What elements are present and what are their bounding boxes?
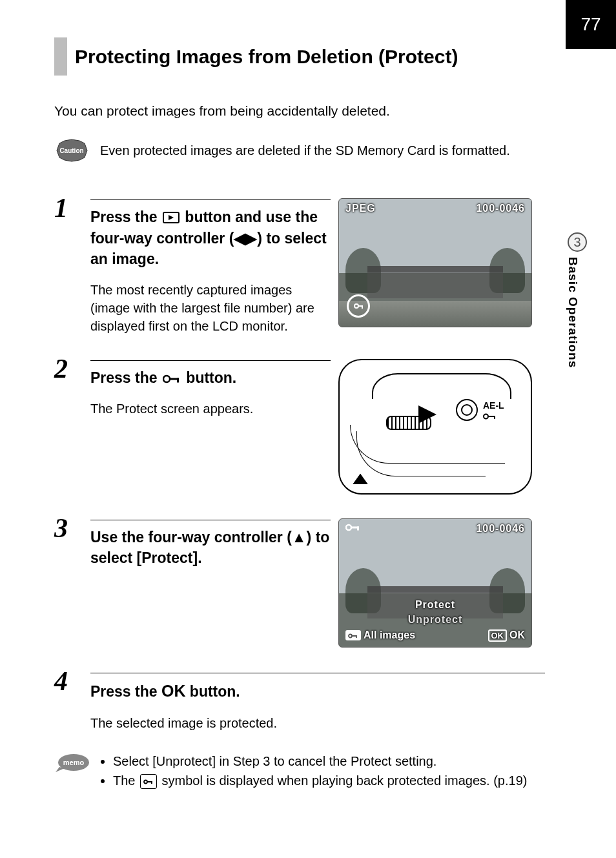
lcd-top-left: JPEG bbox=[345, 203, 376, 214]
svg-rect-14 bbox=[357, 526, 359, 530]
step-number: 2 bbox=[54, 355, 83, 495]
step-number: 4 bbox=[54, 668, 83, 732]
svg-marker-2 bbox=[169, 215, 174, 220]
step-number: 3 bbox=[54, 515, 83, 648]
svg-point-9 bbox=[484, 414, 488, 418]
camera-diagram: AE-L bbox=[338, 359, 532, 495]
step-title: Press the button. bbox=[90, 369, 236, 386]
step-divider bbox=[90, 360, 331, 361]
svg-rect-11 bbox=[494, 416, 495, 419]
svg-rect-8 bbox=[177, 378, 179, 382]
step-divider bbox=[90, 673, 545, 673]
lcd-scenery bbox=[367, 266, 503, 298]
svg-rect-17 bbox=[356, 635, 357, 638]
lcd-screenshot: JPEG 100-0046 bbox=[338, 198, 532, 327]
memo-item: The symbol is displayed when playing bac… bbox=[113, 771, 527, 790]
triangle-mark bbox=[354, 475, 367, 484]
memo-item: Select [Unprotect] in Step 3 to cancel t… bbox=[113, 751, 527, 771]
step-body: Press the button and use the four-way co… bbox=[90, 194, 331, 335]
caution-icon: Caution bbox=[54, 138, 90, 163]
menu-all-images: All images bbox=[345, 629, 415, 641]
memo-block: memo Select [Unprotect] in Step 3 to can… bbox=[54, 751, 545, 790]
protect-key-icon bbox=[345, 523, 361, 535]
step-description: The Protect screen appears. bbox=[90, 400, 331, 418]
chapter-number: 3 bbox=[573, 235, 580, 250]
svg-rect-22 bbox=[151, 781, 152, 784]
page-number: 77 bbox=[580, 14, 601, 35]
menu-ok: OKOK bbox=[488, 629, 526, 642]
protect-key-icon bbox=[140, 774, 157, 789]
heading-accent-bar bbox=[54, 37, 67, 76]
step-body: Press the OK button. The selected image … bbox=[90, 668, 545, 732]
svg-point-20 bbox=[144, 780, 147, 783]
ok-button-glyph: OK bbox=[161, 682, 186, 700]
menu-option-unprotect: Unprotect bbox=[345, 613, 525, 627]
playback-icon bbox=[163, 212, 180, 223]
arrow-icon bbox=[418, 405, 436, 424]
ael-button-graphic bbox=[456, 399, 478, 421]
caution-label: Caution bbox=[59, 147, 83, 154]
svg-text:memo: memo bbox=[63, 759, 85, 766]
caution-block: Caution Even protected images are delete… bbox=[54, 138, 545, 163]
page-number-tab: 77 bbox=[566, 0, 616, 49]
step-1: 1 Press the button and use the four-way … bbox=[54, 194, 545, 335]
camera-top-plate bbox=[372, 373, 511, 399]
svg-point-12 bbox=[346, 525, 351, 530]
step-2: 2 Press the button. The Protect screen a… bbox=[54, 354, 545, 495]
lcd-top-right: 100-0046 bbox=[476, 523, 525, 535]
step-description: The selected image is protected. bbox=[90, 714, 545, 732]
caution-text: Even protected images are deleted if the… bbox=[100, 141, 545, 159]
protect-key-icon bbox=[345, 630, 361, 640]
step-divider bbox=[90, 199, 331, 200]
ael-label: AE-L bbox=[483, 400, 504, 411]
step-3: 3 Use the four-way controller (▲) to sel… bbox=[54, 514, 545, 648]
step-title: Press the OK button. bbox=[90, 683, 240, 700]
memo-list: Select [Unprotect] in Step 3 to cancel t… bbox=[100, 751, 527, 790]
menu-option-protect: Protect bbox=[345, 598, 525, 612]
step-4: 4 Press the OK button. The selected imag… bbox=[54, 667, 545, 732]
intro-text: You can protect images from being accide… bbox=[54, 101, 545, 120]
step-description: The most recently captured images (image… bbox=[90, 281, 331, 335]
svg-point-6 bbox=[163, 376, 170, 382]
page: 77 3 Basic Operations Protecting Images … bbox=[0, 0, 616, 858]
step-figure: AE-L bbox=[338, 355, 545, 495]
step-body: Use the four-way controller (▲) to selec… bbox=[90, 515, 331, 648]
step-figure: 100-0046 Protect Unprotect bbox=[338, 515, 545, 648]
lcd-menu: Protect Unprotect All imag bbox=[339, 594, 531, 647]
ok-icon: OK bbox=[488, 629, 508, 642]
side-rail: 3 Basic Operations bbox=[566, 232, 589, 368]
lcd-screenshot-menu: 100-0046 Protect Unprotect bbox=[338, 518, 532, 648]
chapter-title: Basic Operations bbox=[566, 257, 580, 368]
step-figure: JPEG 100-0046 bbox=[338, 194, 545, 335]
chapter-number-circle: 3 bbox=[568, 232, 587, 252]
page-heading: Protecting Images from Deletion (Protect… bbox=[75, 37, 458, 76]
svg-point-15 bbox=[349, 635, 352, 638]
protect-key-icon bbox=[483, 412, 497, 422]
lcd-top-right: 100-0046 bbox=[476, 203, 525, 214]
content: Protecting Images from Deletion (Protect… bbox=[54, 37, 545, 790]
heading-block: Protecting Images from Deletion (Protect… bbox=[54, 37, 545, 76]
svg-rect-5 bbox=[362, 305, 363, 309]
step-title: Use the four-way controller (▲) to selec… bbox=[90, 529, 329, 566]
step-divider bbox=[90, 520, 331, 520]
step-number: 1 bbox=[54, 194, 83, 335]
memo-icon: memo bbox=[54, 751, 90, 773]
step-body: Press the button. The Protect screen app… bbox=[90, 355, 331, 495]
protect-key-icon bbox=[163, 374, 181, 384]
step-title: Press the button and use the four-way co… bbox=[90, 209, 327, 267]
